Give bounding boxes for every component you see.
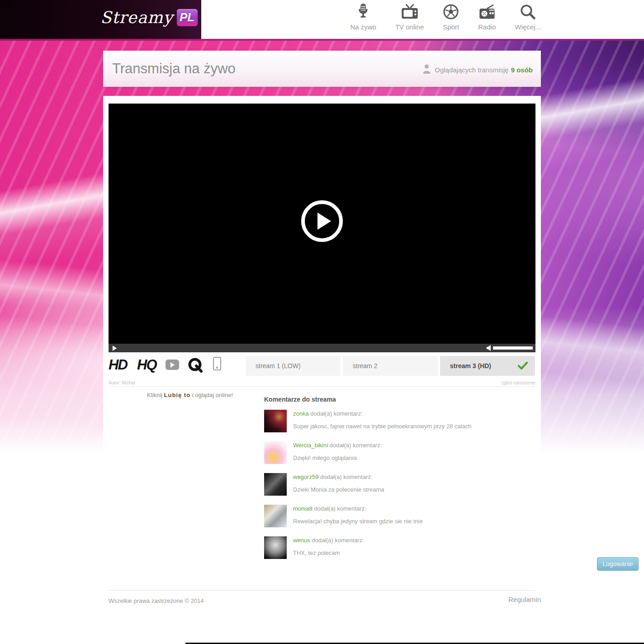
page: Streamy PL Na żywo TV online	[0, 0, 644, 644]
report-abuse-link[interactable]: zgłoś naruszenie	[502, 380, 535, 385]
nav-item-sport[interactable]: Sport	[443, 4, 459, 31]
comment-text: THX, tez polecam	[293, 549, 340, 556]
nav-label: Na żywo	[350, 23, 376, 31]
page-title: Transmisja na żywo	[112, 61, 236, 77]
viewers-counter: Oglądających transmisję 9 osób	[422, 64, 533, 76]
comments-list: zonka dodał(a) komentarz: Super jakosc, …	[264, 410, 535, 568]
comment-user[interactable]: monia8	[293, 505, 313, 512]
title-panel: Transmisja na żywo Oglądających transmis…	[103, 51, 541, 87]
comment-text: Rewelacja! chyba jedyny stream gdzie sie…	[293, 518, 423, 525]
youtube-icon[interactable]	[166, 360, 179, 370]
login-button[interactable]: Logowanie	[597, 557, 639, 571]
comment-action: dodał(a) komentarz:	[328, 442, 382, 449]
microphone-icon	[356, 4, 370, 20]
soccer-ball-icon	[443, 4, 459, 20]
comment-user[interactable]: wegorz59	[293, 474, 318, 480]
nav-label: Więcej...	[515, 23, 541, 31]
comment-text: Dzięki! miłego oglądania	[293, 455, 357, 461]
play-icon[interactable]	[113, 346, 117, 351]
comment-text: Super jakosc, fajnie nawet na trybie pel…	[293, 423, 472, 430]
person-icon	[422, 64, 435, 76]
comment-action: dodał(a) komentarz:	[309, 410, 363, 417]
like-bold: Lubię to	[164, 392, 191, 398]
viewers-label: Oglądających transmisję	[435, 66, 508, 74]
mobile-phone-icon[interactable]	[213, 357, 221, 370]
nav-label: Radio	[478, 23, 496, 31]
comment-user[interactable]: wenus	[293, 537, 310, 544]
comment-head: wegorz59 dodał(a) komentarz:	[293, 474, 373, 480]
avatar[interactable]	[264, 410, 287, 432]
facebook-like-prompt: Kliknij Lubię to i oglądaj online!	[109, 392, 271, 398]
brand-logo[interactable]: Streamy PL	[100, 8, 198, 27]
comment-item: wegorz59 dodał(a) komentarz: Dzieki Moni…	[264, 473, 535, 496]
hd-quality-badge[interactable]: HD	[109, 357, 127, 373]
stream-2-button[interactable]: stream 2	[343, 356, 438, 376]
header: Streamy PL Na żywo TV online	[0, 0, 644, 39]
avatar[interactable]	[264, 536, 287, 559]
author-note: Autor: Michał	[109, 380, 135, 385]
comment-action: dodał(a) komentarz:	[310, 537, 364, 544]
nav-label: TV online	[395, 23, 424, 31]
header-accent-line	[0, 39, 644, 41]
comment-item: wenus dodał(a) komentarz: THX, tez polec…	[264, 536, 535, 559]
play-overlay-icon[interactable]	[301, 200, 343, 242]
comment-user[interactable]: zonka	[293, 410, 309, 417]
footer-divider	[109, 590, 535, 591]
nav-item-radio[interactable]: Radio	[478, 4, 496, 31]
stream-1-button[interactable]: stream 1 (LOW)	[246, 356, 341, 376]
search-icon	[520, 4, 536, 20]
comment-item: monia8 dodał(a) komentarz: Rewelacja! ch…	[264, 505, 535, 527]
nav-label: Sport	[443, 23, 459, 31]
checkmark-icon	[518, 362, 528, 371]
brand-name: Streamy	[100, 8, 173, 27]
comment-action: dodał(a) komentarz:	[313, 505, 366, 512]
comment-head: wenus dodał(a) komentarz:	[293, 537, 364, 544]
comment-head: zonka dodał(a) komentarz:	[293, 410, 363, 417]
video-control-bar	[109, 344, 535, 352]
main-nav: Na żywo TV online Sport Radio	[331, 4, 541, 31]
nav-item-tv-online[interactable]: TV online	[395, 4, 424, 31]
hq-quality-badge[interactable]: HQ	[137, 357, 156, 373]
tv-icon	[401, 4, 419, 20]
comment-action: dodał(a) komentarz:	[318, 474, 372, 480]
quicktime-icon[interactable]	[188, 358, 204, 376]
radio-icon	[478, 4, 496, 20]
comment-user[interactable]: Wercia_bikini	[293, 442, 328, 449]
avatar[interactable]	[264, 505, 287, 527]
comment-item: zonka dodał(a) komentarz: Super jakosc, …	[264, 410, 535, 432]
stream-3-button[interactable]: stream 3 (HD)	[440, 356, 535, 376]
footer-copyright: Wszelkie prawa zastrzeżone © 2014	[109, 597, 204, 604]
avatar[interactable]	[264, 441, 287, 464]
like-suffix: i oglądaj online!	[190, 392, 233, 398]
content-panel: HD HQ stream 1 (LOW) stream 2 stream 3 (…	[103, 96, 541, 644]
header-brand-area: Streamy PL	[0, 0, 201, 39]
avatar[interactable]	[264, 473, 287, 496]
like-prefix: Kliknij	[147, 392, 164, 398]
volume-control[interactable]	[487, 345, 533, 351]
volume-bar[interactable]	[493, 346, 533, 350]
viewers-count: 9 osób	[511, 66, 533, 74]
comment-text: Dzieki Monia za polecenie streama	[293, 486, 384, 493]
section-divider	[109, 386, 535, 387]
stream-3-label: stream 3 (HD)	[450, 362, 491, 369]
nav-item-na-zywo[interactable]: Na żywo	[350, 4, 376, 31]
brand-suffix-badge: PL	[177, 9, 198, 26]
video-player[interactable]	[109, 104, 535, 352]
comment-head: monia8 dodał(a) komentarz:	[293, 505, 366, 512]
nav-item-wiecej[interactable]: Więcej...	[515, 4, 541, 31]
comments-title: Komentarze do streama	[264, 396, 336, 403]
comment-item: Wercia_bikini dodał(a) komentarz: Dzięki…	[264, 441, 535, 464]
speaker-icon	[487, 345, 491, 351]
footer-terms-link[interactable]: Regulamin	[508, 596, 541, 603]
comment-head: Wercia_bikini dodał(a) komentarz:	[293, 442, 382, 449]
